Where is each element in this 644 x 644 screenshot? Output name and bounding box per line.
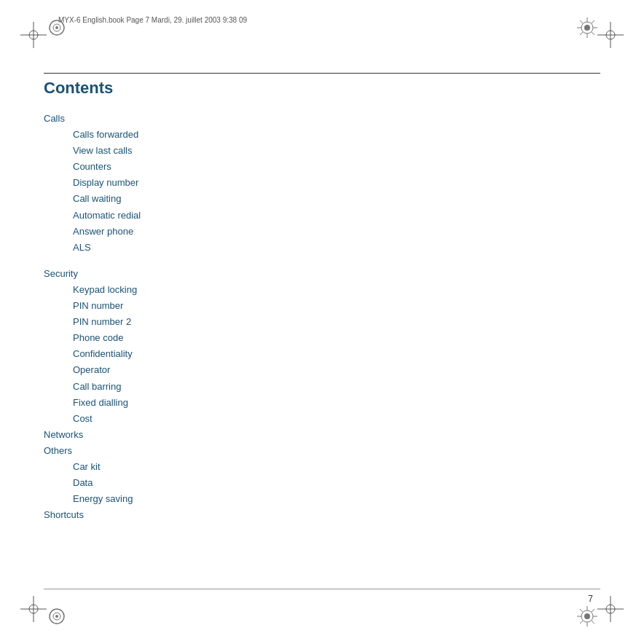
- toc-item: Car kit: [73, 459, 600, 475]
- toc-item: Call barring: [73, 379, 600, 395]
- toc-item: Operator: [73, 362, 600, 378]
- svg-line-20: [592, 20, 594, 23]
- toc-item: Confidentiality: [73, 346, 600, 362]
- page-title: Contents: [44, 79, 600, 98]
- toc-item: Shortcuts: [44, 507, 600, 523]
- toc-item: Calls forwarded: [73, 127, 600, 143]
- toc-item: Call waiting: [73, 191, 600, 207]
- crosshair-bottom-left: [20, 596, 47, 622]
- toc-item: Networks: [44, 427, 600, 443]
- toc-item: Counters: [73, 159, 600, 175]
- toc-item: Automatic redial: [73, 208, 600, 224]
- toc-item: ALS: [73, 240, 600, 256]
- sunburst-top-right: [577, 17, 597, 38]
- svg-line-19: [592, 32, 594, 35]
- circle-bottom-left: [47, 606, 67, 627]
- toc-item: Display number: [73, 175, 600, 191]
- toc-item: PIN number 2: [73, 314, 600, 330]
- toc-gap: [44, 256, 600, 266]
- toc-item: Fixed dialling: [73, 395, 600, 411]
- svg-point-29: [584, 613, 590, 619]
- toc-item: Phone code: [73, 330, 600, 346]
- top-divider: [44, 73, 600, 74]
- svg-point-13: [584, 25, 590, 31]
- toc-item: View last calls: [73, 143, 600, 159]
- toc-item: Data: [73, 475, 600, 491]
- header-bar: MYX-6 English.book Page 7 Mardi, 29. jui…: [58, 16, 586, 24]
- toc-item: Cost: [73, 411, 600, 427]
- toc-item: Energy saving: [73, 491, 600, 507]
- toc-item: Calls: [44, 111, 600, 127]
- circle-top-left: [47, 17, 67, 38]
- toc-list: CallsCalls forwardedView last callsCount…: [44, 111, 600, 523]
- main-content: Contents CallsCalls forwardedView last c…: [44, 79, 600, 523]
- toc-item: Others: [44, 443, 600, 459]
- crosshair-top-left: [20, 22, 47, 48]
- crosshair-bottom-right: [597, 596, 624, 622]
- svg-line-35: [592, 621, 594, 624]
- toc-item: Answer phone: [73, 224, 600, 240]
- toc-item: Security: [44, 266, 600, 282]
- svg-line-37: [580, 621, 583, 624]
- svg-line-34: [580, 609, 583, 612]
- svg-line-36: [592, 609, 594, 612]
- bottom-divider: [44, 589, 600, 589]
- svg-point-27: [55, 615, 58, 618]
- svg-line-18: [580, 20, 583, 23]
- toc-item: Keypad locking: [73, 282, 600, 298]
- page-number: 7: [588, 594, 593, 604]
- svg-point-24: [55, 26, 58, 29]
- svg-line-21: [580, 32, 583, 35]
- toc-item: PIN number: [73, 298, 600, 314]
- sunburst-bottom-right: [577, 606, 597, 627]
- crosshair-top-right: [597, 22, 624, 48]
